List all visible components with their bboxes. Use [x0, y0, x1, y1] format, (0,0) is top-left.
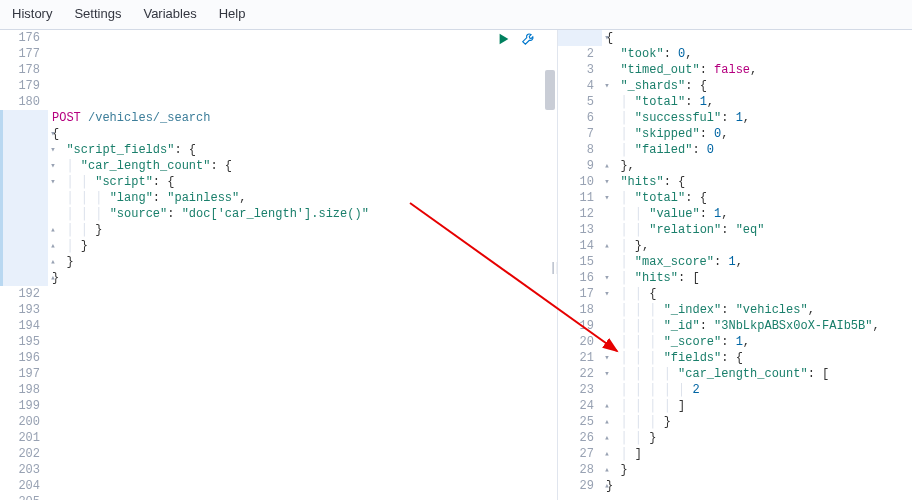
pane-resize-handle[interactable]: || [550, 260, 558, 276]
menu-settings[interactable]: Settings [72, 4, 123, 23]
request-code[interactable]: POST /vehicles/_search{ "script_fields":… [48, 30, 557, 500]
response-current-line [558, 30, 602, 46]
wrench-icon[interactable] [521, 32, 537, 48]
play-icon[interactable] [497, 32, 513, 48]
menu-help[interactable]: Help [217, 4, 248, 23]
request-editor[interactable]: 1761771781791801811821831841851861871881… [0, 30, 558, 500]
active-request-highlight [0, 110, 48, 286]
line-gutter: 1234567891011121314151617181920212223242… [558, 30, 602, 494]
menu-variables[interactable]: Variables [141, 4, 198, 23]
response-code: { "took": 0, "timed_out": false, "_shard… [602, 30, 912, 494]
menu-history[interactable]: History [10, 4, 54, 23]
menubar: History Settings Variables Help [0, 0, 912, 30]
response-viewer[interactable]: 1234567891011121314151617181920212223242… [558, 30, 912, 500]
active-request-marker [0, 110, 3, 286]
scrollbar-vertical[interactable] [545, 70, 555, 110]
scroll-thumb[interactable] [545, 70, 555, 110]
request-action-bar [497, 32, 537, 48]
